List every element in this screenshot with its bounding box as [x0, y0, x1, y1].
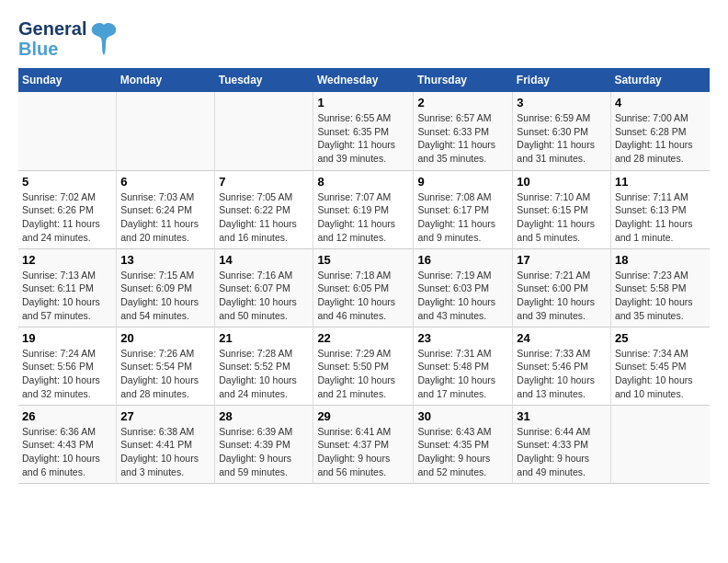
calendar-week-row: 26Sunrise: 6:36 AM Sunset: 4:43 PM Dayli…: [18, 405, 710, 483]
day-number: 9: [417, 175, 508, 189]
calendar-cell: 17Sunrise: 7:21 AM Sunset: 6:00 PM Dayli…: [513, 248, 611, 327]
calendar-cell: 4Sunrise: 7:00 AM Sunset: 6:28 PM Daylig…: [610, 92, 710, 170]
weekday-header: Monday: [117, 68, 215, 92]
day-number: 31: [517, 409, 607, 423]
calendar-week-row: 5Sunrise: 7:02 AM Sunset: 6:26 PM Daylig…: [18, 170, 710, 248]
day-info: Sunrise: 7:05 AM Sunset: 6:22 PM Dayligh…: [219, 190, 309, 245]
day-info: Sunrise: 7:07 AM Sunset: 6:19 PM Dayligh…: [317, 190, 409, 245]
calendar-cell: [215, 92, 313, 170]
day-info: Sunrise: 7:08 AM Sunset: 6:17 PM Dayligh…: [417, 190, 508, 245]
day-number: 1: [317, 96, 409, 109]
calendar-week-row: 12Sunrise: 7:13 AM Sunset: 6:11 PM Dayli…: [18, 248, 710, 327]
day-number: 10: [517, 175, 607, 189]
calendar-cell: 28Sunrise: 6:39 AM Sunset: 4:39 PM Dayli…: [215, 405, 313, 483]
day-number: 15: [317, 253, 409, 267]
calendar-cell: 11Sunrise: 7:11 AM Sunset: 6:13 PM Dayli…: [610, 170, 710, 248]
day-info: Sunrise: 7:26 AM Sunset: 5:54 PM Dayligh…: [120, 347, 210, 401]
day-number: 27: [120, 409, 210, 423]
day-info: Sunrise: 6:43 AM Sunset: 4:35 PM Dayligh…: [417, 425, 508, 479]
calendar-cell: 24Sunrise: 7:33 AM Sunset: 5:46 PM Dayli…: [513, 327, 611, 405]
calendar-cell: 30Sunrise: 6:43 AM Sunset: 4:35 PM Dayli…: [414, 405, 513, 483]
day-info: Sunrise: 7:29 AM Sunset: 5:50 PM Dayligh…: [317, 347, 409, 401]
calendar-cell: 10Sunrise: 7:10 AM Sunset: 6:15 PM Dayli…: [513, 170, 611, 248]
day-number: 6: [120, 175, 210, 189]
day-info: Sunrise: 7:33 AM Sunset: 5:46 PM Dayligh…: [517, 347, 607, 401]
calendar-cell: 19Sunrise: 7:24 AM Sunset: 5:56 PM Dayli…: [18, 327, 117, 405]
day-info: Sunrise: 7:13 AM Sunset: 6:11 PM Dayligh…: [22, 269, 112, 323]
day-info: Sunrise: 7:31 AM Sunset: 5:48 PM Dayligh…: [417, 347, 508, 401]
day-number: 17: [517, 253, 607, 267]
day-number: 29: [317, 409, 409, 423]
day-number: 21: [219, 331, 309, 345]
page-header: General Blue: [18, 18, 710, 59]
logo-bird-icon: [90, 20, 118, 57]
calendar-cell: 14Sunrise: 7:16 AM Sunset: 6:07 PM Dayli…: [215, 248, 313, 327]
day-info: Sunrise: 6:41 AM Sunset: 4:37 PM Dayligh…: [317, 425, 409, 479]
calendar-cell: [610, 405, 710, 483]
day-info: Sunrise: 6:57 AM Sunset: 6:33 PM Dayligh…: [417, 111, 508, 166]
calendar-cell: 9Sunrise: 7:08 AM Sunset: 6:17 PM Daylig…: [414, 170, 513, 248]
calendar-cell: 25Sunrise: 7:34 AM Sunset: 5:45 PM Dayli…: [610, 327, 710, 405]
calendar-cell: 22Sunrise: 7:29 AM Sunset: 5:50 PM Dayli…: [313, 327, 414, 405]
weekday-header-row: SundayMondayTuesdayWednesdayThursdayFrid…: [18, 68, 710, 92]
calendar-cell: 20Sunrise: 7:26 AM Sunset: 5:54 PM Dayli…: [117, 327, 215, 405]
calendar-cell: 27Sunrise: 6:38 AM Sunset: 4:41 PM Dayli…: [117, 405, 215, 483]
calendar-cell: 12Sunrise: 7:13 AM Sunset: 6:11 PM Dayli…: [18, 248, 117, 327]
calendar-cell: 29Sunrise: 6:41 AM Sunset: 4:37 PM Dayli…: [313, 405, 414, 483]
day-info: Sunrise: 7:23 AM Sunset: 5:58 PM Dayligh…: [615, 269, 706, 323]
calendar-cell: 6Sunrise: 7:03 AM Sunset: 6:24 PM Daylig…: [117, 170, 215, 248]
day-info: Sunrise: 7:10 AM Sunset: 6:15 PM Dayligh…: [517, 190, 607, 245]
day-info: Sunrise: 6:36 AM Sunset: 4:43 PM Dayligh…: [22, 425, 112, 479]
day-info: Sunrise: 7:00 AM Sunset: 6:28 PM Dayligh…: [615, 111, 706, 166]
calendar-cell: [18, 92, 117, 170]
day-info: Sunrise: 7:19 AM Sunset: 6:03 PM Dayligh…: [417, 269, 508, 323]
day-number: 7: [219, 175, 309, 189]
day-number: 18: [615, 253, 706, 267]
calendar-cell: 18Sunrise: 7:23 AM Sunset: 5:58 PM Dayli…: [610, 248, 710, 327]
day-number: 8: [317, 175, 409, 189]
weekday-header: Thursday: [414, 68, 513, 92]
day-info: Sunrise: 6:55 AM Sunset: 6:35 PM Dayligh…: [317, 111, 409, 166]
logo-blue: Blue: [18, 39, 86, 59]
day-number: 5: [22, 175, 112, 189]
calendar-cell: 31Sunrise: 6:44 AM Sunset: 4:33 PM Dayli…: [513, 405, 611, 483]
weekday-header: Sunday: [18, 68, 117, 92]
calendar-cell: 1Sunrise: 6:55 AM Sunset: 6:35 PM Daylig…: [313, 92, 414, 170]
calendar-cell: 26Sunrise: 6:36 AM Sunset: 4:43 PM Dayli…: [18, 405, 117, 483]
day-number: 13: [120, 253, 210, 267]
day-number: 24: [517, 331, 607, 345]
calendar-cell: 8Sunrise: 7:07 AM Sunset: 6:19 PM Daylig…: [313, 170, 414, 248]
day-info: Sunrise: 7:16 AM Sunset: 6:07 PM Dayligh…: [219, 269, 309, 323]
logo-general: General: [18, 18, 86, 39]
day-number: 30: [417, 409, 508, 423]
day-number: 20: [120, 331, 210, 345]
calendar-header: SundayMondayTuesdayWednesdayThursdayFrid…: [18, 68, 710, 92]
day-number: 11: [615, 175, 706, 189]
weekday-header: Friday: [513, 68, 611, 92]
day-number: 2: [417, 96, 508, 109]
calendar-cell: 13Sunrise: 7:15 AM Sunset: 6:09 PM Dayli…: [117, 248, 215, 327]
day-number: 28: [219, 409, 309, 423]
calendar-cell: 3Sunrise: 6:59 AM Sunset: 6:30 PM Daylig…: [513, 92, 611, 170]
calendar-cell: 23Sunrise: 7:31 AM Sunset: 5:48 PM Dayli…: [414, 327, 513, 405]
day-number: 16: [417, 253, 508, 267]
calendar-cell: 2Sunrise: 6:57 AM Sunset: 6:33 PM Daylig…: [414, 92, 513, 170]
day-info: Sunrise: 6:44 AM Sunset: 4:33 PM Dayligh…: [517, 425, 607, 479]
day-number: 25: [615, 331, 706, 345]
weekday-header: Saturday: [610, 68, 710, 92]
day-info: Sunrise: 6:59 AM Sunset: 6:30 PM Dayligh…: [517, 111, 607, 166]
calendar-week-row: 1Sunrise: 6:55 AM Sunset: 6:35 PM Daylig…: [18, 92, 710, 170]
day-number: 23: [417, 331, 508, 345]
calendar-table: SundayMondayTuesdayWednesdayThursdayFrid…: [18, 68, 710, 484]
calendar-cell: 21Sunrise: 7:28 AM Sunset: 5:52 PM Dayli…: [215, 327, 313, 405]
calendar-week-row: 19Sunrise: 7:24 AM Sunset: 5:56 PM Dayli…: [18, 327, 710, 405]
day-number: 26: [22, 409, 112, 423]
calendar-cell: 16Sunrise: 7:19 AM Sunset: 6:03 PM Dayli…: [414, 248, 513, 327]
day-number: 22: [317, 331, 409, 345]
weekday-header: Tuesday: [215, 68, 313, 92]
calendar-body: 1Sunrise: 6:55 AM Sunset: 6:35 PM Daylig…: [18, 92, 710, 483]
day-info: Sunrise: 7:03 AM Sunset: 6:24 PM Dayligh…: [120, 190, 210, 245]
day-info: Sunrise: 7:11 AM Sunset: 6:13 PM Dayligh…: [615, 190, 706, 245]
day-number: 3: [517, 96, 607, 109]
day-info: Sunrise: 6:38 AM Sunset: 4:41 PM Dayligh…: [120, 425, 210, 479]
